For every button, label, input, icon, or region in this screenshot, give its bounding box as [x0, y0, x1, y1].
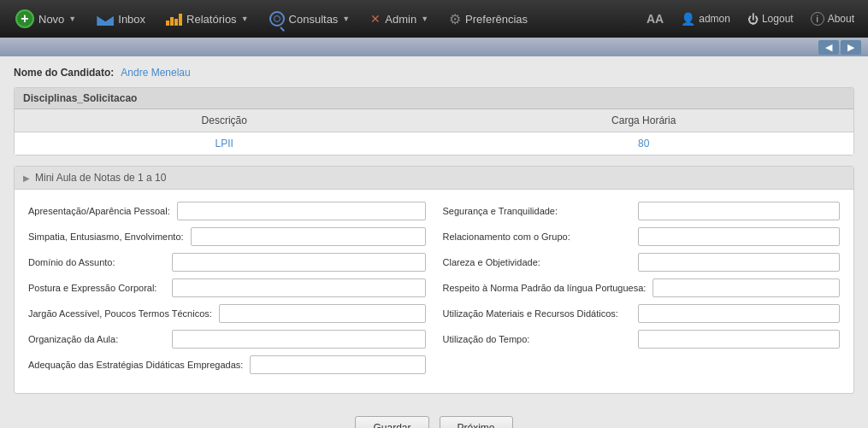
form-grid: Apresentação/Aparência Pessoal: Simpatia… [28, 202, 840, 381]
label-relacionamento: Relacionamento com o Grupo: [443, 232, 631, 242]
input-respeito[interactable] [652, 278, 840, 297]
logout-button[interactable]: ⏻ Logout [741, 8, 800, 31]
input-adequacao[interactable] [250, 355, 425, 374]
logout-label: Logout [762, 13, 794, 25]
nav-admin-label: Admin [385, 13, 416, 26]
forward-button[interactable]: ▶ [841, 40, 861, 55]
input-seguranca[interactable] [638, 202, 841, 220]
wrench-icon: ✕ [370, 12, 381, 26]
label-utilizacao-tempo: Utilização do Tempo: [443, 334, 631, 344]
plus-circle-icon: + [15, 9, 34, 28]
user-menu[interactable]: 👤 admon [674, 7, 737, 31]
form-row-adequacao: Adequação das Estratégias Didáticas Empr… [28, 355, 426, 374]
nav-novo-label: Novo [38, 13, 64, 26]
input-utilizacao-tempo[interactable] [638, 330, 841, 349]
label-clareza: Clareza e Objetividade: [443, 257, 631, 267]
disciplines-table: Disciplinas_Solicitacao Descrição Carga … [14, 87, 854, 155]
label-seguranca: Segurança e Tranquilidade: [443, 206, 631, 216]
back-button[interactable]: ◀ [818, 40, 839, 55]
subbar: ◀ ▶ [0, 38, 868, 56]
input-jargao[interactable] [219, 304, 426, 323]
label-adequacao: Adequação das Estratégias Didáticas Empr… [28, 360, 243, 370]
aa-button[interactable]: AA [640, 7, 670, 31]
nav-novo[interactable]: + Novo ▼ [7, 4, 85, 33]
button-row: Guardar Próximo [14, 407, 854, 428]
label-postura: Postura e Expressão Corporal: [28, 283, 165, 293]
input-utilizacao-mat[interactable] [638, 304, 841, 323]
aa-label: AA [647, 12, 664, 26]
label-dominio: Domínio do Assunto: [28, 257, 165, 267]
proximo-button[interactable]: Próximo [440, 416, 513, 428]
col-carga-horaria: Carga Horária [434, 109, 854, 132]
input-relacionamento[interactable] [638, 227, 841, 246]
form-row-dominio: Domínio do Assunto: [28, 253, 426, 272]
mini-aula-section: ▶ Mini Aula de Notas de 1 a 10 Apresenta… [14, 166, 854, 394]
form-row-postura: Postura e Expressão Corporal: [28, 278, 426, 297]
nav-inbox[interactable]: Inbox [88, 7, 154, 31]
mini-aula-header: ▶ Mini Aula de Notas de 1 a 10 [15, 167, 853, 190]
nav-relatorios[interactable]: Relatórios ▼ [157, 7, 257, 31]
input-simpatia[interactable] [191, 227, 426, 246]
inbox-icon [97, 12, 114, 26]
col-descricao: Descrição [15, 109, 434, 132]
gear-icon: ⚙ [449, 11, 461, 27]
username-label: admon [699, 13, 730, 25]
label-organizacao: Organização da Aula: [28, 334, 165, 344]
form-row-simpatia: Simpatia, Entusiasmo, Envolvimento: [28, 227, 426, 246]
input-apresentacao[interactable] [177, 202, 426, 220]
nav-preferencias[interactable]: ⚙ Preferências [440, 6, 536, 32]
navbar: + Novo ▼ Inbox Relatórios ▼ Consultas ▼ … [0, 0, 868, 38]
table-row: LPII 80 [15, 132, 853, 155]
form-row-apresentacao: Apresentação/Aparência Pessoal: [28, 202, 426, 220]
navbar-right: AA 👤 admon ⏻ Logout i About [640, 7, 861, 31]
left-column: Apresentação/Aparência Pessoal: Simpatia… [28, 202, 426, 381]
cell-descricao: LPII [15, 132, 434, 155]
nav-inbox-label: Inbox [118, 13, 145, 26]
info-icon: i [811, 12, 824, 26]
nav-consultas[interactable]: Consultas ▼ [261, 6, 359, 32]
user-icon: 👤 [681, 12, 695, 26]
chevron-down-icon: ▼ [241, 15, 249, 23]
right-column: Segurança e Tranquilidade: Relacionament… [443, 202, 841, 381]
disciplines-column-headers: Descrição Carga Horária [15, 109, 853, 132]
label-respeito: Respeito à Norma Padrão da língua Portug… [443, 283, 647, 293]
form-row-clareza: Clareza e Objetividade: [443, 253, 841, 272]
candidate-value: Andre Menelau [121, 67, 190, 79]
input-dominio[interactable] [172, 253, 426, 272]
search-icon [269, 11, 285, 26]
chevron-down-icon: ▼ [342, 15, 350, 23]
form-row-utilizacao-tempo: Utilização do Tempo: [443, 330, 841, 349]
subbar-nav: ◀ ▶ [818, 40, 861, 55]
mini-aula-title: Mini Aula de Notas de 1 a 10 [35, 172, 166, 184]
label-jargao: Jargão Acessível, Poucos Termos Técnicos… [28, 308, 212, 319]
candidate-row: Nome do Candidato: Andre Menelau [14, 67, 854, 79]
chart-icon [166, 12, 182, 26]
form-row-relacionamento: Relacionamento com o Grupo: [443, 227, 841, 246]
form-row-utilizacao-mat: Utilização Materiais e Recursos Didático… [443, 304, 841, 323]
mini-aula-body: Apresentação/Aparência Pessoal: Simpatia… [15, 190, 853, 393]
cell-carga-horaria: 80 [434, 132, 854, 155]
main-content: Nome do Candidato: Andre Menelau Discipl… [0, 56, 868, 428]
nav-admin[interactable]: ✕ Admin ▼ [362, 7, 437, 31]
input-organizacao[interactable] [172, 330, 426, 349]
nav-consultas-label: Consultas [289, 13, 339, 26]
nav-preferencias-label: Preferências [465, 13, 528, 26]
logout-icon: ⏻ [747, 13, 759, 26]
chevron-down-icon: ▼ [421, 15, 428, 23]
chevron-down-icon: ▼ [68, 15, 76, 23]
label-apresentacao: Apresentação/Aparência Pessoal: [28, 206, 170, 216]
disciplines-header: Disciplinas_Solicitacao [15, 88, 853, 109]
guardar-button[interactable]: Guardar [355, 416, 428, 428]
nav-relatorios-label: Relatórios [186, 13, 237, 26]
form-row-seguranca: Segurança e Tranquilidade: [443, 202, 841, 220]
form-row-organizacao: Organização da Aula: [28, 330, 426, 349]
about-button[interactable]: i About [804, 7, 861, 31]
input-postura[interactable] [172, 278, 426, 297]
label-simpatia: Simpatia, Entusiasmo, Envolvimento: [28, 232, 184, 242]
input-clareza[interactable] [638, 253, 841, 272]
about-label: About [828, 13, 854, 25]
label-utilizacao-mat: Utilização Materiais e Recursos Didático… [443, 308, 631, 319]
form-row-respeito: Respeito à Norma Padrão da língua Portug… [443, 278, 841, 297]
section-arrow-icon: ▶ [23, 173, 30, 183]
form-row-jargao: Jargão Acessível, Poucos Termos Técnicos… [28, 304, 426, 323]
